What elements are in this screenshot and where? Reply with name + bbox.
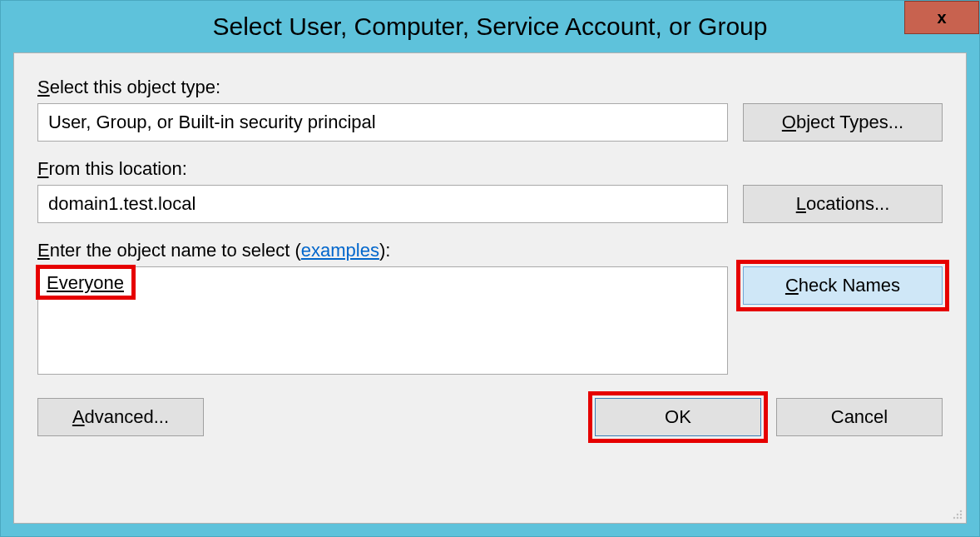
check-names-button[interactable]: Check Names (743, 266, 943, 305)
close-icon: x (937, 8, 946, 27)
window-title: Select User, Computer, Service Account, … (213, 12, 768, 41)
svg-point-1 (957, 517, 958, 519)
object-type-field: User, Group, or Built-in security princi… (37, 103, 728, 142)
location-label: From this location: (37, 158, 943, 180)
svg-point-2 (960, 514, 962, 515)
object-name-input[interactable]: Everyone (37, 266, 728, 375)
dialog-content: Select this object type: User, Group, or… (13, 52, 967, 524)
object-type-label: Select this object type: (37, 77, 943, 98)
svg-point-5 (960, 510, 962, 512)
svg-point-3 (953, 517, 955, 519)
examples-link[interactable]: examples (301, 240, 379, 261)
object-types-button[interactable]: Object Types... (743, 103, 943, 142)
close-button[interactable]: x (904, 1, 979, 34)
location-field: domain1.test.local (37, 185, 728, 223)
resize-grip-icon[interactable] (949, 506, 963, 520)
ok-button[interactable]: OK (595, 398, 761, 436)
svg-point-0 (960, 517, 962, 519)
advanced-button[interactable]: Advanced... (37, 398, 204, 436)
cancel-button[interactable]: Cancel (776, 398, 943, 436)
svg-point-4 (957, 514, 958, 515)
titlebar: Select User, Computer, Service Account, … (1, 1, 979, 52)
dialog-window: Select User, Computer, Service Account, … (0, 0, 980, 537)
locations-button[interactable]: Locations... (743, 185, 943, 223)
object-name-label: Enter the object name to select (example… (37, 240, 943, 261)
object-name-value: Everyone (47, 272, 124, 293)
